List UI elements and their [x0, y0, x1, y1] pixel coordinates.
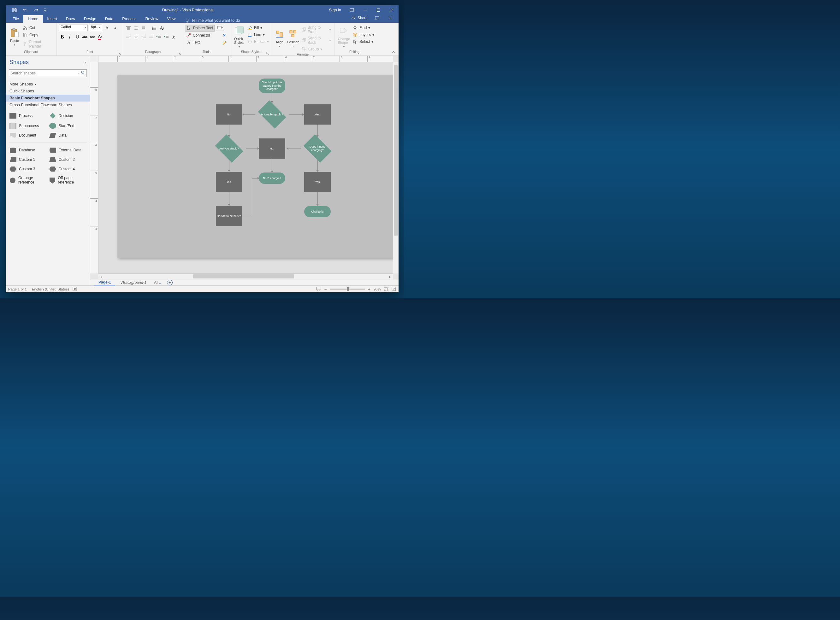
vertical-scrollbar[interactable]	[393, 62, 398, 274]
drawing-page[interactable]: Should I put this battery into the charg…	[118, 75, 393, 258]
layers-button[interactable]: Layers ▾	[351, 32, 376, 38]
shape-document[interactable]: Document	[9, 132, 47, 139]
shrink-font-icon[interactable]: A	[112, 25, 119, 31]
flowchart-charge-it[interactable]: Charge it!	[304, 206, 331, 217]
connection-point-icon[interactable]: ✕	[222, 33, 227, 38]
align-center-icon[interactable]	[133, 33, 139, 40]
flowchart-no2[interactable]: No.	[259, 138, 285, 159]
scrollbar-thumb-h[interactable]	[193, 274, 294, 278]
paragraph-dialog-launcher[interactable]	[178, 50, 181, 54]
position-button[interactable]: Position▾	[286, 24, 300, 52]
flowchart-yes3[interactable]: Yes	[304, 172, 331, 192]
shapes-search-box[interactable]: ▾	[9, 69, 87, 77]
shape-custom1[interactable]: Custom 1	[9, 156, 47, 163]
more-shapes-link[interactable]: More Shapes ▸	[6, 81, 90, 88]
group-button[interactable]: Group ▾	[300, 46, 332, 52]
line-button[interactable]: Line ▾	[246, 32, 270, 38]
font-color-button[interactable]: A▾	[97, 34, 104, 40]
tell-me-search[interactable]: Tell me what you want to do	[185, 18, 240, 23]
send-to-back-button[interactable]: Send to Back ▾	[300, 35, 332, 45]
undo-icon[interactable]	[22, 7, 29, 13]
tab-insert[interactable]: Insert	[43, 15, 62, 23]
sign-in-link[interactable]: Sign in	[329, 8, 341, 12]
bullets-icon[interactable]	[151, 25, 158, 32]
flowchart-decision-stupid[interactable]: Are you stupid?	[213, 137, 246, 160]
rectangle-tool-button[interactable]: ▾	[216, 25, 224, 31]
search-icon[interactable]	[81, 70, 85, 76]
redo-icon[interactable]	[33, 7, 39, 13]
shape-database[interactable]: Database	[9, 147, 47, 153]
find-button[interactable]: Find ▾	[351, 25, 376, 31]
status-language[interactable]: English (United States)	[32, 287, 69, 291]
italic-button[interactable]: I	[66, 34, 73, 40]
shape-offpage-ref[interactable]: Off-page reference	[48, 175, 87, 185]
stencil-cross-functional[interactable]: Cross-Functional Flowchart Shapes	[6, 102, 90, 108]
shape-custom4[interactable]: Custom 4	[48, 166, 87, 173]
font-size-combo[interactable]: 8pt.	[89, 25, 102, 31]
font-dialog-launcher[interactable]	[118, 50, 122, 54]
bold-button[interactable]: B	[59, 34, 66, 40]
shape-styles-dialog-launcher[interactable]	[266, 50, 270, 54]
pan-zoom-window-icon[interactable]	[392, 287, 396, 292]
tab-view[interactable]: View	[163, 15, 180, 23]
align-middle-icon[interactable]	[133, 25, 139, 32]
shape-data[interactable]: Data	[48, 132, 87, 139]
change-case-button[interactable]: Aa▾	[89, 34, 96, 40]
zoom-out-button[interactable]: −	[324, 287, 327, 292]
cut-button[interactable]: Cut	[21, 25, 54, 31]
grow-font-icon[interactable]: A	[104, 25, 110, 31]
horizontal-scrollbar[interactable]: ◂ ▸	[98, 274, 393, 279]
macro-record-icon[interactable]	[72, 287, 77, 292]
drawing-canvas[interactable]: Should I put this battery into the charg…	[98, 62, 393, 274]
add-page-button[interactable]: +	[167, 280, 173, 285]
text-size-icon[interactable]: A⁵	[158, 25, 165, 32]
text-tool-button[interactable]: AText	[185, 39, 228, 45]
shape-external-data[interactable]: External Data	[48, 147, 87, 153]
zoom-slider-thumb[interactable]	[347, 287, 349, 291]
tab-file[interactable]: File	[8, 15, 23, 23]
change-shape-button[interactable]: Change Shape▾	[336, 24, 351, 50]
ink-tool-icon[interactable]	[222, 40, 227, 45]
pointer-tool-button[interactable]: Pointer Tool	[185, 25, 214, 32]
scrollbar-thumb[interactable]	[394, 65, 398, 236]
tab-data[interactable]: Data	[101, 15, 118, 23]
quick-styles-button[interactable]: Quick Styles▾	[232, 24, 246, 50]
collapse-shapes-icon[interactable]: ‹	[85, 60, 86, 65]
effects-button[interactable]: Effects ▾	[246, 39, 270, 45]
bring-to-front-button[interactable]: Bring to Front ▾	[300, 25, 332, 35]
save-icon[interactable]	[11, 7, 18, 13]
flowchart-yes2[interactable]: Yes.	[216, 172, 242, 192]
share-button[interactable]: Share	[350, 15, 369, 21]
search-dropdown-icon[interactable]: ▾	[78, 72, 80, 75]
zoom-level[interactable]: 96%	[374, 287, 381, 291]
tab-home[interactable]: Home	[23, 15, 42, 23]
fill-button[interactable]: Fill ▾	[246, 25, 270, 31]
shape-decision[interactable]: Decision	[48, 111, 87, 120]
tab-process[interactable]: Process	[118, 15, 141, 23]
select-button[interactable]: Select ▾	[351, 39, 376, 45]
zoom-in-button[interactable]: +	[368, 287, 371, 292]
qat-customize-icon[interactable]	[44, 7, 47, 13]
page-tab-background[interactable]: VBackground-1	[116, 280, 151, 285]
flowchart-decide[interactable]: Decide to be better.	[216, 206, 242, 226]
page-tab-1[interactable]: Page-1	[94, 279, 115, 286]
flowchart-start[interactable]: Should I put this battery into the charg…	[259, 78, 285, 93]
shapes-search-input[interactable]	[11, 71, 78, 75]
flowchart-decision-need-charging[interactable]: Does it need charging?	[301, 137, 334, 160]
status-page[interactable]: Page 1 of 1	[8, 287, 27, 291]
strikethrough-button[interactable]: abc	[81, 34, 88, 40]
shape-custom3[interactable]: Custom 3	[9, 166, 47, 173]
connector-tool-button[interactable]: Connector ✕	[185, 32, 228, 39]
align-left-icon[interactable]	[125, 33, 132, 40]
font-name-combo[interactable]: Calibri	[59, 25, 88, 31]
shape-onpage-ref[interactable]: On-page reference	[9, 175, 47, 185]
tab-design[interactable]: Design	[80, 15, 101, 23]
tab-draw[interactable]: Draw	[62, 15, 80, 23]
copy-button[interactable]: Copy	[21, 32, 54, 38]
tab-review[interactable]: Review	[141, 15, 163, 23]
shape-custom2[interactable]: Custom 2	[48, 156, 87, 163]
presentation-mode-icon[interactable]	[316, 287, 321, 292]
shape-start-end[interactable]: Start/End	[48, 122, 87, 129]
flowchart-decision-rechargable[interactable]: Is it rechargable?	[255, 103, 289, 126]
align-right-icon[interactable]	[140, 33, 147, 40]
